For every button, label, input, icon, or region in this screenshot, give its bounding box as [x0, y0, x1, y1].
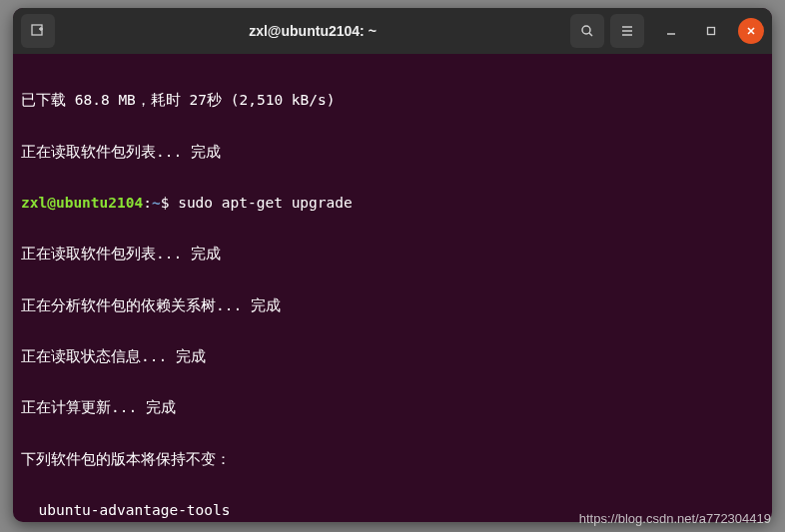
maximize-button[interactable] [698, 18, 724, 44]
watermark: https://blog.csdn.net/a772304419 [579, 511, 771, 526]
command-text: sudo apt-get upgrade [169, 195, 352, 211]
window-title: zxl@ubuntu2104: ~ [61, 23, 564, 39]
svg-rect-9 [708, 28, 715, 35]
minimize-button[interactable] [658, 18, 684, 44]
svg-point-3 [582, 26, 590, 34]
prompt-path: ~ [152, 195, 161, 211]
terminal-window: zxl@ubuntu2104: ~ 已下载 68.8 MB，耗时 27秒 (2,… [13, 8, 772, 522]
maximize-icon [706, 26, 716, 36]
prompt-line: zxl@ubuntu2104:~$ sudo apt-get upgrade [21, 195, 764, 212]
menu-button[interactable] [610, 14, 644, 48]
hamburger-icon [620, 24, 634, 38]
close-button[interactable] [738, 18, 764, 44]
terminal-body[interactable]: 已下载 68.8 MB，耗时 27秒 (2,510 kB/s) 正在读取软件包列… [13, 54, 772, 522]
prompt-user-host: zxl@ubuntu2104 [21, 195, 143, 211]
new-tab-button[interactable] [21, 14, 55, 48]
output-line: 已下载 68.8 MB，耗时 27秒 (2,510 kB/s) [21, 92, 764, 109]
prompt-colon: : [143, 195, 152, 211]
close-icon [746, 26, 756, 36]
output-line: 下列软件包的版本将保持不变： [21, 451, 764, 468]
output-line: 正在计算更新... 完成 [21, 399, 764, 416]
new-tab-icon [31, 24, 45, 38]
output-line: 正在分析软件包的依赖关系树... 完成 [21, 297, 764, 314]
output-line: 正在读取状态信息... 完成 [21, 348, 764, 365]
search-button[interactable] [570, 14, 604, 48]
output-line: 正在读取软件包列表... 完成 [21, 144, 764, 161]
svg-line-4 [589, 33, 592, 36]
output-line: 正在读取软件包列表... 完成 [21, 246, 764, 263]
titlebar-right [570, 14, 764, 48]
search-icon [580, 24, 594, 38]
titlebar: zxl@ubuntu2104: ~ [13, 8, 772, 54]
minimize-icon [666, 26, 676, 36]
